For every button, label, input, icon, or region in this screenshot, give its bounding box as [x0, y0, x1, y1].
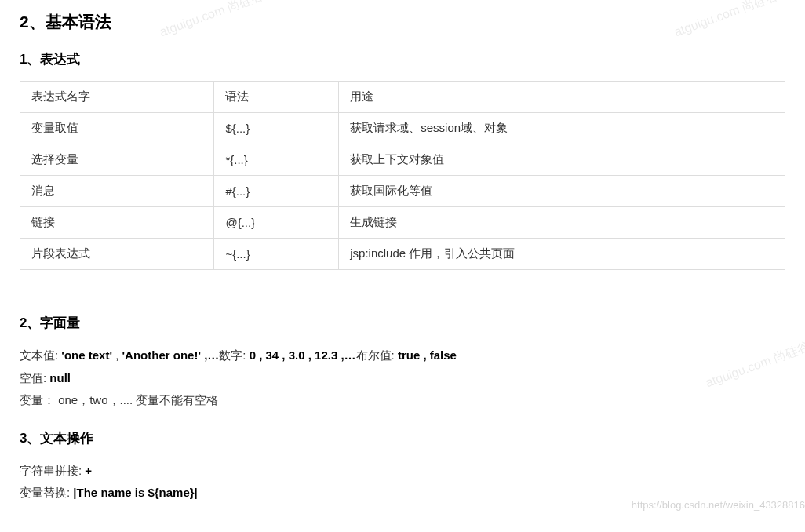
expressions-table: 表达式名字 语法 用途 变量取值 ${...} 获取请求域、session域、对…	[20, 81, 785, 270]
table-cell: 生成链接	[339, 207, 785, 239]
table-cell: 获取上下文对象值	[339, 144, 785, 176]
table-cell: 片段表达式	[20, 239, 214, 270]
table-row: 片段表达式 ~{...} jsp:include 作用，引入公共页面	[20, 239, 785, 270]
literals-line2: 空值: null	[20, 367, 785, 390]
table-header-row: 表达式名字 语法 用途	[20, 82, 785, 113]
table-cell: *{...}	[214, 144, 339, 176]
heading-sub-textops: 3、文本操作	[20, 429, 785, 447]
col-header: 表达式名字	[20, 82, 214, 113]
table-cell: ${...}	[214, 113, 339, 144]
col-header: 用途	[339, 82, 785, 113]
table-cell: 获取请求域、session域、对象	[339, 113, 785, 144]
textops-line1: 字符串拼接: +	[20, 460, 785, 483]
heading-main: 2、基本语法	[20, 11, 785, 33]
table-cell: #{...}	[214, 176, 339, 207]
table-cell: ~{...}	[214, 239, 339, 270]
table-cell: 选择变量	[20, 144, 214, 176]
table-cell: 变量取值	[20, 113, 214, 144]
table-row: 选择变量 *{...} 获取上下文对象值	[20, 144, 785, 176]
literals-line1: 文本值: 'one text' , 'Another one!' ,…数字: 0…	[20, 344, 785, 367]
heading-sub-expressions: 1、表达式	[20, 50, 785, 68]
table-cell: jsp:include 作用，引入公共页面	[339, 239, 785, 270]
table-row: 变量取值 ${...} 获取请求域、session域、对象	[20, 113, 785, 144]
table-cell: @{...}	[214, 207, 339, 239]
table-row: 链接 @{...} 生成链接	[20, 207, 785, 239]
table-cell: 消息	[20, 176, 214, 207]
col-header: 语法	[214, 82, 339, 113]
literals-line3: 变量： one，two，.... 变量不能有空格	[20, 389, 785, 412]
table-row: 消息 #{...} 获取国际化等值	[20, 176, 785, 207]
table-cell: 链接	[20, 207, 214, 239]
textops-line2: 变量替换: |The name is ${name}|	[20, 482, 785, 505]
heading-sub-literals: 2、字面量	[20, 314, 785, 332]
table-cell: 获取国际化等值	[339, 176, 785, 207]
